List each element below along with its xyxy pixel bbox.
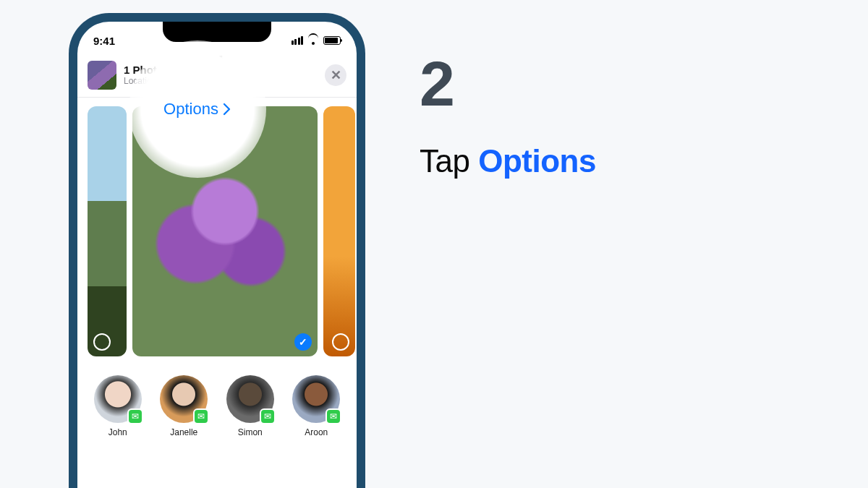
step-text: Tap Options [420,143,596,179]
phone-notch [163,22,271,42]
contact-name: Aroon [291,427,343,437]
step-prefix: Tap [420,143,478,179]
status-time: 9:41 [93,35,115,47]
share-contact[interactable]: ✉ Aroon [291,375,343,437]
options-button[interactable]: Options [163,100,231,119]
share-contact[interactable]: ✉ Janelle [158,375,210,437]
wifi-icon [307,36,319,45]
avatar: ✉ [226,375,274,423]
instruction-panel: 2 Tap Options [420,52,596,179]
share-contact[interactable]: ✉ Simon [224,375,276,437]
avatar: ✉ [94,375,142,423]
step-number: 2 [420,52,596,116]
share-contacts-row: ✉ John ✉ Janelle ✉ Simon [77,365,357,437]
options-label: Options [163,100,218,119]
contact-name: Simon [224,427,276,437]
photo-unselected-circle-icon[interactable] [93,333,111,351]
photo-selected-check-icon[interactable]: ✓ [294,333,312,351]
battery-icon [323,36,341,45]
selected-photo-thumb[interactable] [88,61,116,90]
messages-badge-icon: ✉ [260,408,276,424]
messages-badge-icon: ✉ [326,408,341,424]
photo-item[interactable] [88,106,127,356]
photo-unselected-circle-icon[interactable] [332,333,349,351]
avatar: ✉ [292,375,340,423]
messages-badge-icon: ✉ [127,408,143,424]
tutorial-slide: 9:41 ed 1 Photo Selected Locatio ✕ [0,0,868,488]
status-right [292,36,341,45]
contact-name: John [92,427,144,437]
cellular-icon [292,36,304,45]
close-icon: ✕ [331,67,341,83]
share-contact[interactable]: ✉ John [92,375,144,437]
step-highlight: Options [478,143,596,179]
magnifier-highlight: Options [129,40,266,178]
avatar: ✉ [160,375,208,423]
chevron-right-icon [223,103,231,116]
messages-badge-icon: ✉ [193,408,209,424]
close-button[interactable]: ✕ [325,64,346,86]
contact-name: Janelle [158,427,210,437]
photo-item[interactable] [323,106,355,356]
